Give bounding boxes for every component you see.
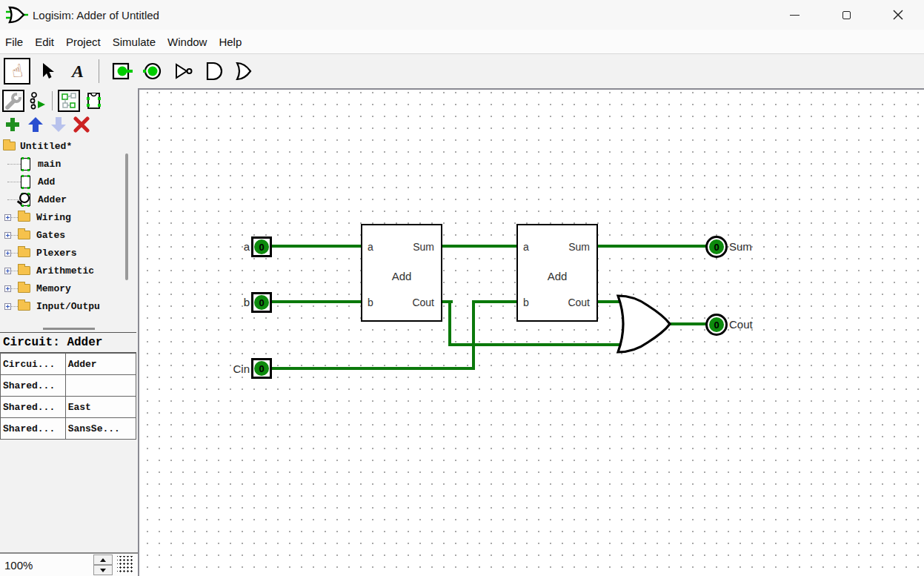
panel-splitter[interactable] [0,325,138,332]
wire-sum1-to-add2a[interactable] [441,245,516,248]
input-pin-a[interactable]: 0 [251,236,272,257]
circuit-icon [21,176,30,188]
port-label-a: a [523,241,529,253]
wire-b-to-add1[interactable] [272,300,361,303]
input-pin-b[interactable]: 0 [251,292,272,313]
add-circuit-button[interactable] [2,115,23,134]
attribute-value[interactable]: SansSe... [65,418,136,440]
window-title: Logisim: Adder of Untitled [33,9,159,21]
view-appearance-button[interactable] [82,90,104,112]
attribute-value[interactable] [65,375,136,397]
minimize-button[interactable] [768,0,820,30]
tree-guide [11,271,18,271]
or-gate-tool-button[interactable] [230,58,257,85]
pin-cout-value: 0 [709,317,724,332]
circuit-canvas[interactable]: a Sum b Cout Add a Sum b Cout Add a 0 b … [138,88,924,576]
attribute-label: Circui... [1,354,66,375]
remove-circuit-button[interactable] [71,115,92,134]
attribute-label: Shared... [1,397,66,418]
subcircuit-add-1[interactable]: a Sum b Cout Add [361,224,442,322]
tree-item-plexers[interactable]: Plexers [0,244,138,262]
menu-project[interactable]: Project [66,36,101,48]
pin-b-label: b [244,296,250,308]
expand-icon[interactable] [4,268,11,274]
zoom-level-field[interactable]: 100% [0,559,93,572]
tree-item-label: Add [38,176,55,188]
expand-icon[interactable] [4,285,11,292]
wire-a-to-add1[interactable] [272,245,361,248]
view-toolbox-button[interactable] [2,90,24,112]
tree-item-adder[interactable]: Adder [0,191,138,208]
tree-item-label: Gates [36,230,65,241]
tree-scrollbar[interactable] [125,153,128,280]
wire-cin-to-add2b[interactable] [472,300,518,303]
expand-icon[interactable] [4,232,11,239]
pin-b-value: 0 [254,295,269,310]
pin-cin-label: Cin [233,363,250,375]
view-simulation-button[interactable] [27,90,49,112]
and-gate-tool-button[interactable] [200,58,227,85]
wire-sum2-to-sumpin[interactable] [598,245,707,248]
tree-item-gates[interactable]: Gates [0,226,138,244]
tree-item-label: Plexers [36,248,77,259]
attribute-header: Circuit: Adder [0,332,136,353]
attribute-table: Circui... Adder Shared... Shared... East… [0,353,136,440]
move-circuit-down-button[interactable] [48,115,69,134]
tree-item-input-output[interactable]: Input/Outpu [0,297,138,315]
not-gate-tool-button[interactable] [170,58,196,85]
output-pin-cout[interactable]: 0 [705,314,728,336]
input-pin-tool-button[interactable] [109,58,136,85]
text-tool-button[interactable]: A [64,58,91,85]
zoom-in-button[interactable] [93,555,113,565]
attribute-row: Shared... SansSe... [1,418,136,440]
output-pin-sum[interactable]: 0 [705,236,728,258]
poke-tool-button[interactable]: ☝ [4,58,30,85]
attribute-label: Shared... [1,375,66,397]
expand-icon[interactable] [4,250,11,256]
tree-item-main[interactable]: main [0,155,138,173]
grid-toggle-button[interactable] [117,556,133,574]
view-layout-button[interactable] [58,90,80,112]
wire-cin-v[interactable] [472,300,475,370]
menu-edit[interactable]: Edit [35,36,54,48]
move-circuit-up-button[interactable] [25,115,46,134]
subcircuit-add-2[interactable]: a Sum b Cout Add [516,224,598,322]
spinner-up-icon [100,558,106,562]
attribute-value[interactable]: East [65,397,136,418]
output-pin-tool-button[interactable] [139,58,166,85]
folder-icon [18,266,30,275]
menu-file[interactable]: File [5,36,23,48]
menu-simulate[interactable]: Simulate [113,36,156,48]
tree-item-label: Adder [38,194,67,205]
edit-tool-button[interactable] [34,58,61,85]
menu-window[interactable]: Window [167,36,207,48]
wire-cout1-v[interactable] [448,300,451,346]
tree-item-add[interactable]: Add [0,173,138,191]
port-label-sum: Sum [568,241,590,253]
input-pin-cin[interactable]: 0 [251,358,272,379]
poke-hand-icon: ☝ [10,60,24,82]
pin-cout-label: Cout [729,318,753,331]
attribute-value[interactable]: Adder [65,354,136,375]
close-button[interactable] [872,0,924,30]
menu-help[interactable]: Help [219,36,242,48]
attribute-label: Shared... [1,418,66,440]
or-gate[interactable] [614,292,673,356]
wire-cin-h[interactable] [272,367,475,370]
expand-icon[interactable] [4,303,11,310]
wire-or-to-coutpin[interactable] [668,322,707,325]
tree-item-arithmetic[interactable]: Arithmetic [0,262,138,279]
maximize-button[interactable] [820,0,872,30]
tree-guide [11,306,18,307]
tree-item-memory[interactable]: Memory [0,279,138,297]
minimize-icon [790,15,800,16]
tree-item-wiring[interactable]: Wiring [0,208,138,226]
port-label-a: a [368,241,373,253]
tree-item-project[interactable]: Untitled* [0,137,138,155]
explorer-panel: Untitled* main Add Adder [0,88,138,576]
zoom-out-button[interactable] [93,565,113,575]
expand-icon[interactable] [4,214,11,221]
port-label-cout: Cout [568,297,590,308]
project-tree: Untitled* main Add Adder [0,137,138,325]
subcircuit-name: Add [362,270,441,282]
